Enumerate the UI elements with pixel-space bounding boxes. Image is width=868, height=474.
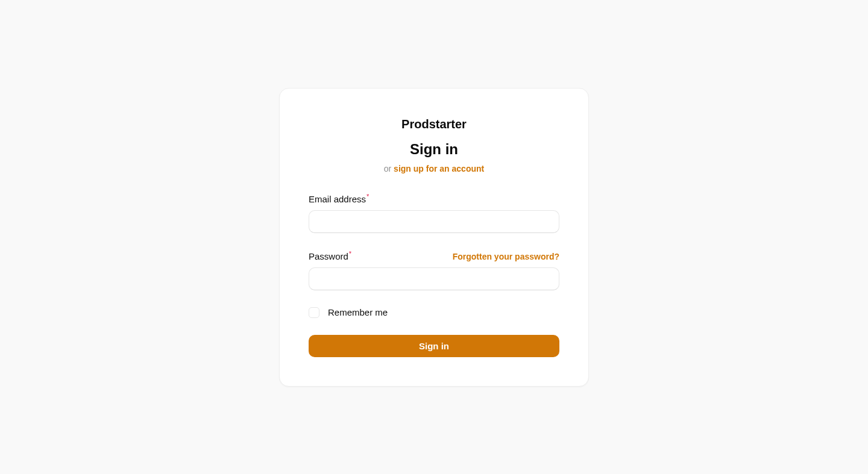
subline-prefix: or (384, 164, 394, 173)
signin-button[interactable]: Sign in (309, 335, 559, 357)
remember-label[interactable]: Remember me (328, 307, 388, 317)
remember-row: Remember me (309, 307, 559, 318)
brand-name: Prodstarter (309, 117, 559, 131)
card-header: Prodstarter Sign in or sign up for an ac… (309, 117, 559, 173)
email-label: Email address* (309, 193, 369, 204)
password-field-group: Password* Forgotten your password? (309, 250, 559, 290)
password-label-row: Password* Forgotten your password? (309, 250, 559, 261)
email-label-row: Email address* (309, 193, 559, 204)
email-input[interactable] (309, 210, 559, 233)
page-title: Sign in (309, 141, 559, 158)
email-label-text: Email address (309, 194, 366, 204)
signup-link[interactable]: sign up for an account (394, 164, 484, 173)
signin-card: Prodstarter Sign in or sign up for an ac… (279, 88, 589, 387)
remember-checkbox[interactable] (309, 307, 319, 318)
required-mark: * (366, 193, 369, 200)
forgot-password-link[interactable]: Forgotten your password? (453, 252, 559, 261)
password-label-text: Password (309, 251, 348, 261)
password-input[interactable] (309, 267, 559, 290)
email-field-group: Email address* (309, 193, 559, 233)
subline: or sign up for an account (309, 164, 559, 173)
password-label: Password* (309, 250, 351, 261)
required-mark: * (349, 250, 351, 257)
